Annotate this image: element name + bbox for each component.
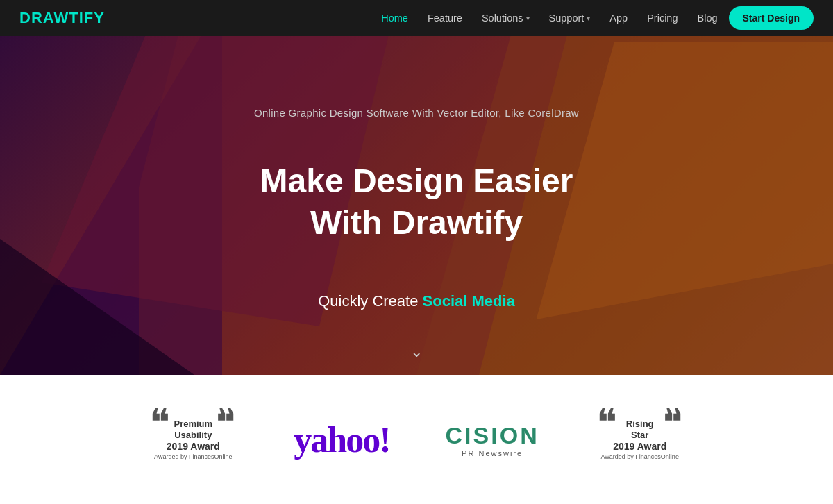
rising-star-title: RisingStar bbox=[600, 419, 678, 440]
scroll-down-icon[interactable]: ⌄ bbox=[410, 343, 423, 361]
nav-blog[interactable]: Blog bbox=[698, 12, 718, 24]
hero-title-line2: With Drawtify bbox=[310, 204, 523, 241]
nav-links: Home Feature Solutions ▾ Support ▾ App P… bbox=[381, 12, 717, 24]
hero-cta-prefix: Quickly Create bbox=[318, 292, 422, 310]
start-design-button[interactable]: Start Design bbox=[729, 6, 814, 30]
nav-app[interactable]: App bbox=[609, 12, 628, 24]
support-chevron-icon: ▾ bbox=[587, 15, 590, 22]
hero-cta-text: Quickly Create Social Media bbox=[318, 292, 515, 310]
nav-feature[interactable]: Feature bbox=[428, 12, 462, 24]
logo[interactable]: DRAWTIFY bbox=[19, 9, 105, 27]
yahoo-text: yahoo bbox=[294, 420, 379, 460]
cision-logo: CISION PR Newswire bbox=[446, 422, 539, 457]
hero-section: Online Graphic Design Software With Vect… bbox=[0, 0, 833, 375]
premium-usability-sub: Awarded by FinancesOnline bbox=[154, 453, 232, 460]
yahoo-logo: yahoo! bbox=[294, 419, 389, 460]
navbar: DRAWTIFY Home Feature Solutions ▾ Suppor… bbox=[0, 0, 833, 36]
rising-star-badge: ❝ ❝ RisingStar 2019 Award Awarded by Fin… bbox=[595, 398, 685, 481]
hero-title-line1: Make Design Easier bbox=[260, 162, 573, 199]
cision-text: CISION bbox=[446, 422, 539, 449]
cision-sub: PR Newswire bbox=[462, 449, 523, 457]
hero-cta-highlight: Social Media bbox=[423, 292, 515, 310]
hero-subtitle: Online Graphic Design Software With Vect… bbox=[254, 107, 579, 119]
nav-home[interactable]: Home bbox=[381, 12, 408, 24]
nav-pricing[interactable]: Pricing bbox=[647, 12, 678, 24]
logo-text: DRAWTIFY bbox=[19, 9, 105, 27]
rising-star-year: 2019 Award bbox=[600, 441, 678, 452]
rising-star-sub: Awarded by FinancesOnline bbox=[600, 453, 678, 460]
nav-support[interactable]: Support ▾ bbox=[549, 12, 591, 24]
yahoo-exclaim: ! bbox=[379, 420, 389, 460]
premium-usability-badge: ❝ ❝ PremiumUsability 2019 Award Awarded … bbox=[148, 398, 238, 481]
premium-usability-title: PremiumUsability bbox=[154, 419, 232, 440]
nav-solutions[interactable]: Solutions ▾ bbox=[482, 12, 530, 24]
solutions-chevron-icon: ▾ bbox=[526, 15, 530, 22]
hero-title: Make Design Easier With Drawtify bbox=[260, 160, 573, 244]
logos-section: ❝ ❝ PremiumUsability 2019 Award Awarded … bbox=[0, 375, 833, 504]
premium-usability-year: 2019 Award bbox=[154, 441, 232, 452]
